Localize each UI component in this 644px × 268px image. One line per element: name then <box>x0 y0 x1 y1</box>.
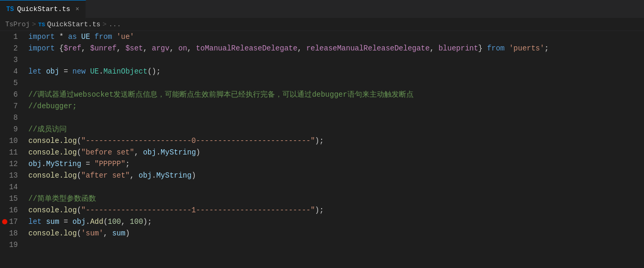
ts-icon: TS <box>6 6 14 13</box>
token-op: ); <box>315 137 324 145</box>
line-number: 3 <box>0 56 26 64</box>
token-op: . <box>86 218 90 226</box>
token-op <box>505 44 509 53</box>
token-op: ; <box>125 160 130 168</box>
code-line-7: 7//debugger; <box>0 100 644 112</box>
code-line-6: 6//调试器通过websocket发送断点信息，可能断点生效前脚本已经执行完备，… <box>0 89 644 100</box>
token-str-sq: 'sum' <box>81 229 103 238</box>
token-op: ( <box>77 171 81 180</box>
token-op: . <box>41 160 46 168</box>
line-content[interactable]: import {$ref, $unref, $set, argv, on, to… <box>26 44 644 53</box>
code-line-15: 15//简单类型参数函数 <box>0 193 644 204</box>
token-fn: console.log <box>28 137 77 145</box>
line-content[interactable]: //调试器通过websocket发送断点信息，可能断点生效前脚本已经执行完备，可… <box>26 90 644 99</box>
line-content[interactable]: //成员访问 <box>26 125 644 134</box>
breadcrumb-ellipsis: ... <box>109 20 121 28</box>
token-op: , <box>187 44 196 53</box>
code-line-4: 4let obj = new UE.MainObject(); <box>0 66 644 77</box>
code-line-3: 3 <box>0 54 644 66</box>
token-var: obj <box>72 218 86 226</box>
line-number: 1 <box>0 33 26 41</box>
token-imp-brace: toManualReleaseDelegate <box>196 44 297 53</box>
line-content[interactable]: console.log("after set", obj.MyString) <box>26 171 644 180</box>
line-number: 14 <box>0 183 26 191</box>
code-editor[interactable]: 1import * as UE from 'ue'2import {$ref, … <box>0 31 644 268</box>
token-op: , <box>103 229 112 238</box>
token-cls: MainObject <box>103 67 147 76</box>
token-op: ); <box>143 218 152 226</box>
line-number: 2 <box>0 44 26 53</box>
line-content[interactable]: console.log("------------------------1--… <box>26 206 644 214</box>
token-op: ) <box>125 229 130 238</box>
token-str: 'ue' <box>117 33 134 41</box>
code-line-18: 18console.log('sum', sum) <box>0 228 644 239</box>
token-op: ; <box>544 44 548 53</box>
token-kw: from <box>94 33 112 41</box>
line-content[interactable]: let obj = new UE.MainObject(); <box>26 67 644 76</box>
token-comment: //debugger; <box>28 102 77 110</box>
token-kw: from <box>487 44 505 53</box>
line-content[interactable]: obj.MyString = "PPPPP"; <box>26 160 644 168</box>
token-fn: console.log <box>28 229 77 238</box>
line-number: 5 <box>0 79 26 87</box>
token-op: , <box>121 218 130 226</box>
tab-quickstart[interactable]: TS QuickStart.ts × <box>0 0 86 18</box>
line-content[interactable]: console.log('sum', sum) <box>26 229 644 238</box>
token-op: ); <box>315 206 324 214</box>
token-prop: MyString <box>46 160 81 168</box>
token-op: ( <box>77 148 81 157</box>
code-line-2: 2import {$ref, $unref, $set, argv, on, t… <box>0 43 644 54</box>
token-var: sum <box>46 218 59 226</box>
line-number: 12 <box>0 160 26 168</box>
token-kw: let <box>28 67 41 76</box>
code-line-12: 12obj.MyString = "PPPPP"; <box>0 158 644 170</box>
token-op: { <box>55 44 64 53</box>
token-op <box>41 218 46 226</box>
token-kw: import <box>28 33 55 41</box>
token-op: = <box>59 67 72 76</box>
line-number: 19 <box>0 241 26 249</box>
line-content[interactable]: import * as UE from 'ue' <box>26 33 644 41</box>
token-prop: MyString <box>156 171 192 180</box>
token-var: obj <box>139 171 152 180</box>
line-number: 4 <box>0 67 26 76</box>
token-str: "after set" <box>81 171 130 180</box>
token-comment: //成员访问 <box>28 125 67 133</box>
line-content[interactable]: let sum = obj.Add(100, 100); <box>26 218 644 226</box>
code-line-19: 19 <box>0 239 644 251</box>
code-line-17: 17let sum = obj.Add(100, 100); <box>0 216 644 228</box>
token-fn: console.log <box>28 148 77 157</box>
token-fn: console.log <box>28 206 77 214</box>
breadcrumb-sep2: > <box>102 20 107 28</box>
token-kw: as <box>68 33 77 41</box>
line-content[interactable]: console.log("before set", obj.MyString) <box>26 148 644 157</box>
line-number: 15 <box>0 194 26 203</box>
token-op: (); <box>147 67 161 76</box>
breadcrumb-file: QuickStart.ts <box>47 20 100 28</box>
token-op: , <box>117 44 125 53</box>
line-content[interactable]: //简单类型参数函数 <box>26 194 644 203</box>
token-op <box>77 33 81 41</box>
code-line-10: 10console.log("------------------------0… <box>0 135 644 147</box>
tab-close-button[interactable]: × <box>76 6 79 13</box>
line-content[interactable]: console.log("------------------------0--… <box>26 137 644 145</box>
token-op: . <box>99 67 103 76</box>
line-content[interactable]: //debugger; <box>26 102 644 110</box>
token-var: UE <box>81 33 90 41</box>
token-op: , <box>430 44 439 53</box>
token-kw: new <box>72 67 86 76</box>
token-var: obj <box>143 148 156 157</box>
line-number: 16 <box>0 206 26 214</box>
line-number: 13 <box>0 171 26 180</box>
token-op: ( <box>77 137 81 145</box>
token-op <box>86 67 90 76</box>
token-op <box>41 67 46 76</box>
token-op: , <box>298 44 307 53</box>
tab-label: QuickStart.ts <box>17 5 70 13</box>
token-op <box>90 33 94 41</box>
code-line-13: 13console.log("after set", obj.MyString) <box>0 170 644 181</box>
token-prop: MyString <box>161 148 196 157</box>
token-fn: console.log <box>28 171 77 180</box>
token-op: ( <box>77 229 81 238</box>
token-str: "before set" <box>81 148 134 157</box>
